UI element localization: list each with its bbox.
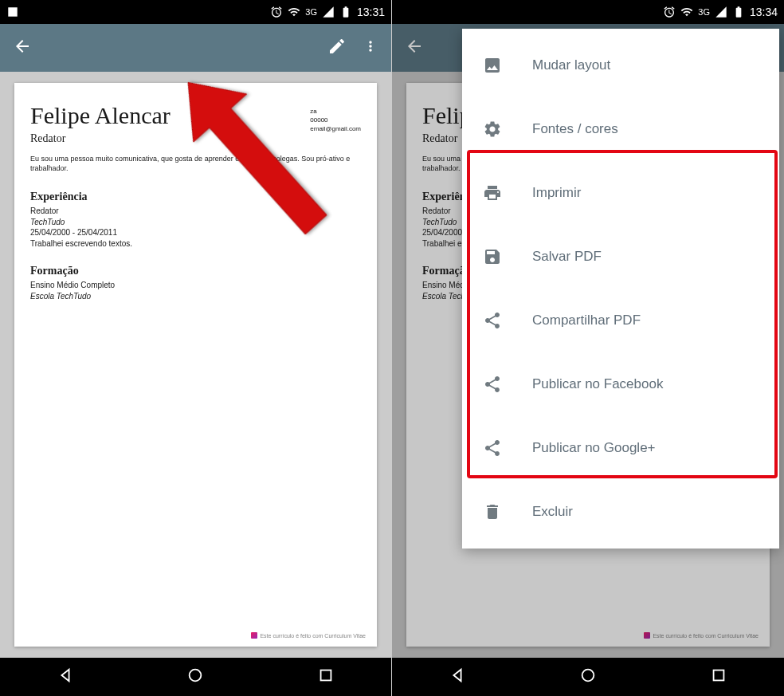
- menu-item-publish-facebook[interactable]: Publicar no Facebook: [462, 352, 779, 416]
- print-icon: [481, 182, 504, 204]
- nav-recent-button[interactable]: [317, 667, 335, 687]
- menu-item-delete[interactable]: Excluir: [462, 480, 779, 544]
- resume-preview[interactable]: za 00000 email@gmail.com Felipe Alencar …: [14, 83, 377, 647]
- more-options-button[interactable]: [363, 38, 378, 57]
- trash-icon: [481, 501, 504, 523]
- battery-icon: [732, 6, 745, 18]
- menu-item-change-layout[interactable]: Mudar layout: [462, 33, 779, 97]
- battery-icon: [339, 6, 352, 18]
- signal-icon: [715, 6, 727, 18]
- wifi-icon: [288, 6, 300, 18]
- menu-item-label: Fontes / cores: [532, 121, 618, 137]
- status-bar: 3G 13:34: [392, 0, 784, 24]
- save-icon: [481, 246, 504, 268]
- share-icon: [481, 373, 504, 395]
- menu-item-print[interactable]: Imprimir: [462, 161, 779, 225]
- wifi-icon: [680, 6, 693, 18]
- education-title: Formação: [30, 265, 361, 277]
- nav-home-button[interactable]: [579, 667, 597, 687]
- experience-body: Redator TechTudo 25/04/2000 - 25/04/2011…: [30, 206, 361, 249]
- notification-icon: [6, 6, 19, 18]
- nav-bar: [392, 658, 784, 696]
- status-bar: 3G 13:31: [0, 0, 391, 24]
- status-time: 13:31: [357, 6, 385, 18]
- menu-item-label: Publicar no Google+: [532, 440, 656, 456]
- menu-item-label: Publicar no Facebook: [532, 376, 663, 392]
- back-button[interactable]: [13, 37, 32, 59]
- education-body: Ensino Médio Completo Escola TechTudo: [30, 280, 361, 301]
- phone-right: 3G 13:34 Felipe Alencar Redator Eu sou u…: [392, 0, 784, 696]
- status-time: 13:34: [750, 6, 778, 18]
- menu-item-share-pdf[interactable]: Compartilhar PDF: [462, 289, 779, 352]
- edit-button[interactable]: [327, 37, 347, 59]
- share-icon: [481, 309, 504, 332]
- network-label: 3G: [305, 7, 317, 17]
- menu-item-publish-googleplus[interactable]: Publicar no Google+: [462, 416, 779, 480]
- alarm-icon: [270, 6, 283, 18]
- signal-icon: [322, 6, 335, 18]
- phone-left: 3G 13:31 za 00000 email@gmail.com: [0, 0, 392, 696]
- network-label: 3G: [698, 7, 710, 17]
- app-bar: [0, 24, 391, 72]
- resume-footer: Este currículo é feito com Curriculum Vi…: [251, 632, 366, 639]
- menu-item-label: Imprimir: [532, 185, 581, 201]
- content-area: za 00000 email@gmail.com Felipe Alencar …: [0, 72, 391, 658]
- nav-back-button[interactable]: [57, 667, 74, 687]
- share-icon: [481, 437, 504, 459]
- menu-item-save-pdf[interactable]: Salvar PDF: [462, 225, 779, 289]
- experience-title: Experiência: [30, 191, 361, 203]
- menu-item-label: Mudar layout: [532, 57, 610, 73]
- nav-home-button[interactable]: [186, 667, 204, 687]
- nav-recent-button[interactable]: [710, 667, 727, 687]
- nav-bar: [0, 658, 391, 696]
- menu-item-label: Compartilhar PDF: [532, 313, 641, 328]
- menu-item-fonts-colors[interactable]: Fontes / cores: [462, 97, 779, 161]
- resume-role: Redator: [30, 132, 361, 145]
- resume-summary: Eu sou uma pessoa muito comunicativa, qu…: [30, 155, 361, 173]
- gear-icon: [481, 118, 504, 140]
- menu-item-label: Excluir: [532, 504, 573, 520]
- alarm-icon: [663, 6, 676, 18]
- resume-contact: za 00000 email@gmail.com: [310, 107, 361, 134]
- menu-item-label: Salvar PDF: [532, 249, 602, 265]
- options-menu: Mudar layout Fontes / cores Imprimir Sal…: [462, 29, 779, 549]
- nav-back-button[interactable]: [449, 667, 466, 687]
- image-icon: [481, 54, 504, 77]
